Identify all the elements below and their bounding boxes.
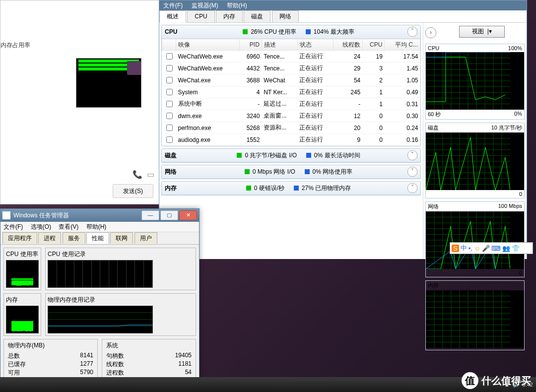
mem-hint-label: 内存占用率: [0, 41, 30, 50]
mini-graph: 内存: [425, 280, 525, 350]
table-row[interactable]: System4NT Ker...正在运行 24510.49: [162, 86, 420, 98]
section-memory: 内存 0 硬错误/秒 27% 已用物理内存 ˅: [161, 181, 421, 196]
minimize-button[interactable]: —: [141, 210, 159, 220]
ime-skin-icon[interactable]: 👕: [512, 245, 520, 252]
mini-graph: CPU100% 60 秒0%: [425, 44, 525, 120]
section-cpu: CPU 26% CPU 使用率 104% 最大频率 ˄ 映像 PID: [161, 25, 421, 146]
col-avgcpu[interactable]: 平均 C...: [385, 39, 420, 51]
ime-keyboard-icon[interactable]: ⌨: [491, 245, 501, 252]
row-checkbox[interactable]: [166, 65, 173, 71]
cpu-history-graph: [48, 260, 153, 288]
expand-icon[interactable]: ˅: [407, 183, 417, 193]
tab-disk[interactable]: 磁盘: [244, 10, 270, 22]
col-threads[interactable]: 线程数: [334, 39, 362, 51]
section-disk-header[interactable]: 磁盘 0 兆字节/秒磁盘 I/O 0% 最长活动时间 ˅: [162, 149, 420, 162]
tab-processes[interactable]: 进程: [38, 232, 61, 244]
cpu-title: CPU: [165, 28, 190, 35]
table-row[interactable]: WeChatWeb.exe6960Tence...正在运行 241917.54: [162, 51, 420, 63]
menu-view[interactable]: 查看(V): [59, 223, 78, 230]
mem-history-box: 物理内存使用记录: [45, 293, 196, 336]
avatar: [127, 61, 141, 75]
tab-apps[interactable]: 应用程序: [2, 232, 37, 244]
section-memory-header[interactable]: 内存 0 硬错误/秒 27% 已用物理内存 ˅: [162, 182, 420, 195]
svg-rect-73: [11, 278, 33, 280]
row-checkbox[interactable]: [166, 125, 173, 131]
resource-monitor-window: 文件(F) 监视器(M) 帮助(H) 概述 CPU 内存 磁盘 网络 CPU 2…: [159, 0, 527, 259]
resmon-side-graphs: › 视图 |▾ CPU100% 60 秒0%磁盘10 兆字节/秒 0网络100 …: [423, 23, 527, 259]
row-checkbox[interactable]: [166, 77, 173, 83]
section-network: 网络 0 Mbps 网络 I/O 0% 网络使用率 ˅: [161, 165, 421, 179]
mem-usage-box: 内存 2.29 GB: [3, 293, 41, 336]
taskmgr-titlebar[interactable]: Windows 任务管理器 — ▢ ✕: [0, 209, 199, 222]
ime-logo-icon[interactable]: S: [452, 245, 459, 252]
cpu-history-box: CPU 使用记录: [45, 248, 196, 290]
col-cpu[interactable]: CPU: [362, 39, 385, 51]
maximize-button[interactable]: ▢: [160, 210, 178, 220]
menu-file[interactable]: 文件(F): [163, 2, 183, 9]
table-row[interactable]: perfmon.exe5268资源和...正在运行 2000.24: [162, 122, 420, 134]
chat-call-icons[interactable]: 📞 ▭: [133, 170, 154, 179]
ime-lang[interactable]: 中: [461, 244, 467, 253]
tab-memory[interactable]: 内存: [216, 10, 243, 22]
table-row[interactable]: WeChatWeb.exe4432Tence...正在运行 2931.45: [162, 63, 420, 74]
menu-help[interactable]: 帮助(H): [227, 2, 247, 9]
collapse-icon[interactable]: ˄: [407, 27, 417, 37]
task-manager-window: Windows 任务管理器 — ▢ ✕ 文件(F) 选项(O) 查看(V) 帮助…: [0, 208, 200, 392]
view-button[interactable]: 视图 |▾: [459, 26, 505, 38]
section-network-header[interactable]: 网络 0 Mbps 网络 I/O 0% 网络使用率 ˅: [162, 165, 420, 179]
tab-performance[interactable]: 性能: [86, 232, 109, 244]
taskmgr-tabs: 应用程序 进程 服务 性能 联网 用户: [0, 232, 199, 245]
menu-monitor[interactable]: 监视器(M): [192, 2, 218, 9]
menu-options[interactable]: 选项(O): [31, 223, 51, 230]
window-title: Windows 任务管理器: [13, 211, 140, 220]
send-button[interactable]: 发送(S): [113, 184, 153, 198]
mini-graph: 网络100 Mbps 0: [425, 201, 525, 277]
ime-voice-icon[interactable]: 🎤: [482, 245, 490, 252]
process-table: 映像 PID 描述 状态 线程数 CPU 平均 C... WeChatWeb.e…: [162, 39, 420, 146]
resmon-tabs: 概述 CPU 内存 磁盘 网络: [159, 10, 527, 23]
row-checkbox[interactable]: [166, 89, 173, 95]
section-cpu-header[interactable]: CPU 26% CPU 使用率 104% 最大频率 ˄: [162, 25, 420, 39]
ime-users-icon[interactable]: 👥: [502, 245, 510, 252]
col-status[interactable]: 状态: [297, 39, 334, 51]
app-icon: [2, 211, 10, 219]
ime-punct[interactable]: •,: [469, 245, 472, 252]
tab-services[interactable]: 服务: [63, 232, 85, 244]
row-checkbox[interactable]: [166, 53, 173, 60]
table-row[interactable]: dwm.exe3240桌面窗...正在运行 1200.30: [162, 110, 420, 122]
tab-users[interactable]: 用户: [134, 232, 157, 244]
tab-networking[interactable]: 联网: [110, 232, 133, 244]
col-desc[interactable]: 描述: [262, 39, 297, 51]
tab-network[interactable]: 网络: [272, 10, 299, 22]
table-row[interactable]: WeChat.exe3688WeChat正在运行 5421.05: [162, 74, 420, 86]
mem-history-graph: [48, 306, 153, 333]
row-checkbox[interactable]: [166, 136, 173, 143]
close-button[interactable]: ✕: [179, 210, 197, 220]
smzdm-watermark: 值 什么值得买: [462, 372, 531, 389]
expand-icon[interactable]: ˅: [407, 167, 417, 177]
expand-icon[interactable]: ˅: [407, 150, 417, 160]
mini-graph: 磁盘10 兆字节/秒 0: [425, 123, 525, 198]
ime-emoji-icon[interactable]: ☺: [474, 245, 480, 252]
col-pid[interactable]: PID: [239, 39, 262, 51]
tab-overview[interactable]: 概述: [159, 10, 186, 23]
chat-panel: 内存占用率 📞 ▭ 发送(S): [0, 0, 160, 204]
row-checkbox[interactable]: [166, 113, 173, 119]
cpu-meter: 22 %: [6, 260, 39, 288]
row-checkbox[interactable]: [166, 101, 173, 107]
cpu-usage-box: CPU 使用率 22 %: [3, 248, 41, 290]
table-row[interactable]: 系统中断-延迟过...正在运行 -10.31: [162, 98, 420, 110]
menu-file[interactable]: 文件(F): [3, 223, 23, 230]
resmon-menubar[interactable]: 文件(F) 监视器(M) 帮助(H): [159, 0, 527, 10]
ime-toolbar[interactable]: S 中 •, ☺ 🎤 ⌨ 👥 👕: [450, 242, 533, 254]
section-disk: 磁盘 0 兆字节/秒磁盘 I/O 0% 最长活动时间 ˅: [161, 148, 421, 163]
col-image[interactable]: 映像: [176, 39, 240, 51]
taskbar[interactable]: ▲ 🔊 9:42: [0, 377, 536, 392]
tab-cpu[interactable]: CPU: [187, 10, 214, 22]
menu-help[interactable]: 帮助(H): [86, 223, 107, 230]
side-collapse-button[interactable]: ›: [425, 27, 436, 38]
taskmgr-menubar[interactable]: 文件(F) 选项(O) 查看(V) 帮助(H): [0, 222, 199, 232]
table-row[interactable]: audiodg.exe1552正在运行 900.16: [162, 134, 420, 146]
mem-meter: 2.29 GB: [6, 306, 39, 333]
